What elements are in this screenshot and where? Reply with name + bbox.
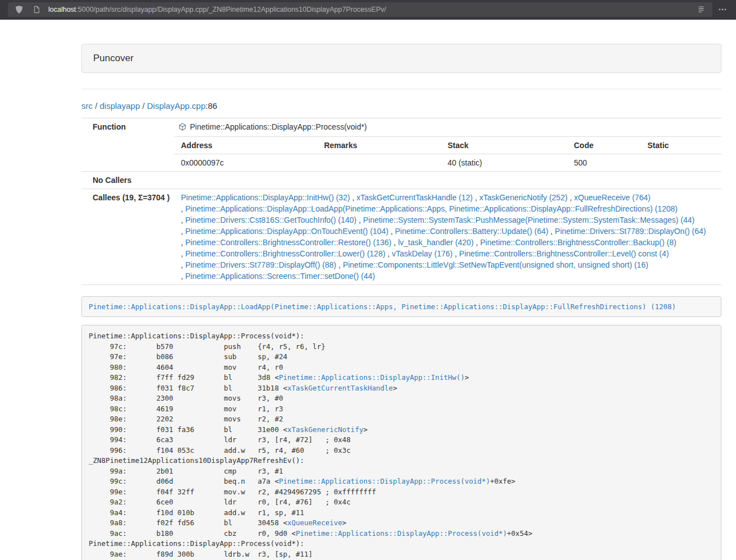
browser-toolbar: localhost:5000/path/src/displayapp/Displ… (0, 0, 736, 20)
url-path: :5000/path/src/displayapp/DisplayApp.cpp… (76, 6, 386, 13)
callee-link[interactable]: vTaskDelay (176) (392, 249, 452, 258)
highlighted-callee-link[interactable]: Pinetime::Applications::DisplayApp::Load… (89, 302, 676, 311)
callees-row: Callees (19, Σ=3704 ) Pinetime::Applicat… (81, 189, 721, 285)
callee-link[interactable]: Pinetime::Controllers::BrightnessControl… (185, 238, 391, 247)
asm-symbol-link[interactable]: xTaskGenericNotify (287, 425, 363, 434)
callee-link[interactable]: Pinetime::Controllers::BrightnessControl… (480, 238, 676, 247)
cell-code: 500 (567, 154, 641, 172)
content-divider (81, 89, 721, 89)
disassembly: Pinetime::Applications::DisplayApp::Proc… (81, 325, 721, 560)
breadcrumb-separator: / (140, 101, 147, 111)
function-row-label: Function (81, 118, 174, 172)
app-header-panel: Puncover (81, 44, 721, 73)
asm-symbol-link[interactable]: xTaskGetCurrentTaskHandle (287, 384, 393, 392)
callee-link[interactable]: Pinetime::Controllers::Battery::Update()… (395, 227, 548, 236)
cell-remarks (317, 154, 441, 172)
callee-separator: , (548, 227, 555, 236)
callee-link[interactable]: Pinetime::Applications::DisplayApp::OnTo… (185, 227, 388, 236)
asm-symbol-link[interactable]: Pinetime::Applications::DisplayApp::Init… (279, 373, 465, 382)
breadcrumb-link-0[interactable]: src (81, 101, 93, 111)
breadcrumb-line-number: :86 (205, 101, 217, 111)
callee-link[interactable]: xTaskGenericNotify (252) (479, 193, 568, 202)
callee-link[interactable]: Pinetime::Applications::DisplayApp::Load… (185, 204, 678, 213)
callee-separator: , (181, 204, 185, 213)
callees-list: Pinetime::Applications::DisplayApp::Init… (174, 189, 721, 285)
function-table: Function Pinetime::Applications::Display… (81, 118, 721, 285)
callee-link[interactable]: lv_task_handler (420) (398, 238, 474, 247)
callee-separator: , (356, 215, 363, 224)
callee-separator: , (181, 249, 185, 258)
function-type-cube-icon (179, 122, 186, 134)
page-title: Puncover (93, 53, 710, 64)
callee-link[interactable]: Pinetime::Drivers::Cst816S::GetTouchInfo… (185, 215, 356, 224)
callees-label: Callees (19, Σ=3704 ) (81, 189, 174, 285)
function-row: Function Pinetime::Applications::Display… (81, 118, 721, 137)
callee-separator: , (181, 215, 185, 224)
callee-separator: , (336, 260, 343, 269)
function-name: Pinetime::Applications::DisplayApp::Proc… (190, 122, 367, 131)
callee-separator: , (568, 193, 574, 202)
callee-separator: , (474, 238, 481, 247)
breadcrumb: src / displayapp / DisplayApp.cpp:86 (81, 100, 721, 112)
callee-link[interactable]: Pinetime::Drivers::St7789::DisplayOff() … (185, 260, 336, 269)
url-host: localhost (48, 6, 76, 13)
breadcrumb-link-2[interactable]: DisplayApp.cpp (147, 101, 205, 111)
callee-separator: , (452, 249, 459, 258)
col-header-code: Code (567, 137, 641, 154)
asm-symbol-link[interactable]: Pinetime::Applications::DisplayApp::Proc… (279, 477, 490, 485)
page-icon[interactable] (31, 4, 42, 15)
no-callers-row: No Callers (81, 172, 721, 189)
callee-separator: , (391, 238, 398, 247)
col-header-address: Address (174, 137, 317, 154)
no-callers-label: No Callers (81, 172, 174, 189)
callee-link[interactable]: Pinetime::Applications::Screens::Timer::… (185, 272, 375, 281)
callee-separator: , (385, 249, 392, 258)
stats-row: 0x0000097c 40 (static) 500 (174, 154, 721, 172)
breadcrumb-link-1[interactable]: displayapp (100, 101, 140, 111)
page-content: Puncover src / displayapp / DisplayApp.c… (81, 20, 721, 560)
reader-view-icon[interactable] (696, 4, 707, 15)
highlighted-callee-box: Pinetime::Applications::DisplayApp::Load… (81, 296, 721, 317)
col-header-remarks: Remarks (317, 137, 441, 154)
page-actions-menu-icon[interactable] (717, 4, 728, 15)
asm-symbol-link[interactable]: Pinetime::Applications::DisplayApp::Proc… (296, 529, 507, 538)
callee-link[interactable]: Pinetime::Drivers::St7789::DisplayOn() (… (555, 227, 706, 236)
callee-separator: , (181, 227, 185, 236)
tracking-protection-shield-icon[interactable] (13, 4, 25, 15)
callee-separator: , (350, 193, 356, 202)
callee-separator: , (181, 260, 185, 269)
callee-link[interactable]: Pinetime::Applications::DisplayApp::Init… (181, 193, 350, 202)
callee-separator: , (388, 227, 395, 236)
callee-link[interactable]: Pinetime::Controllers::BrightnessControl… (185, 249, 385, 258)
callee-link[interactable]: xTaskGetCurrentTaskHandle (12) (356, 193, 473, 202)
cell-static (641, 154, 721, 172)
cell-address: 0x0000097c (174, 154, 317, 172)
callee-separator: , (181, 238, 185, 247)
callee-separator: , (473, 193, 479, 202)
callee-link[interactable]: xQueueReceive (764) (574, 193, 651, 202)
breadcrumb-separator: / (93, 101, 100, 111)
no-callers-cell (174, 172, 721, 189)
col-header-static: Static (641, 137, 721, 154)
cell-stack: 40 (static) (441, 154, 567, 172)
callee-separator: , (181, 272, 185, 281)
col-header-stack: Stack (441, 137, 567, 154)
stats-table: Address Remarks Stack Code Static 0x0000… (174, 137, 721, 171)
callee-link[interactable]: Pinetime::Components::LittleVgl::SetNewT… (343, 260, 648, 269)
url-text[interactable]: localhost:5000/path/src/displayapp/Displ… (48, 6, 689, 13)
asm-symbol-link[interactable]: xQueueReceive (287, 518, 342, 527)
callee-link[interactable]: Pinetime::System::SystemTask::PushMessag… (363, 215, 695, 224)
callee-link[interactable]: Pinetime::Controllers::BrightnessControl… (459, 249, 669, 258)
url-bar[interactable]: localhost:5000/path/src/displayapp/Displ… (8, 2, 712, 17)
function-stats-row: Address Remarks Stack Code Static 0x0000… (81, 137, 721, 172)
